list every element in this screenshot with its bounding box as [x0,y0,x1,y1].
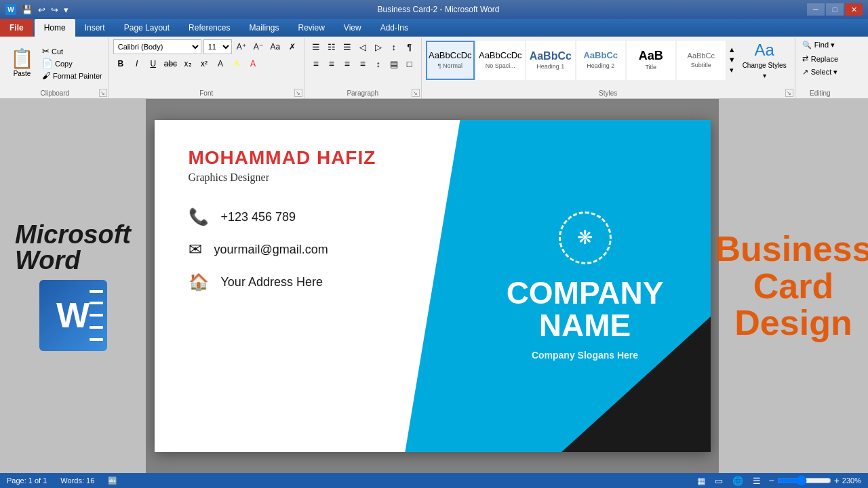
bcd-text: Business Card Design [715,230,868,342]
highlight-button[interactable]: A [229,56,244,71]
font-color-button[interactable]: A [245,56,260,71]
ms-word-text: Microsoft Word [15,222,131,273]
inc-indent-button[interactable]: ▷ [371,39,386,54]
style-heading2[interactable]: AaBbCc Heading 2 [576,41,625,80]
find-label: Find ▾ [814,41,835,49]
styles-expand-button[interactable]: ↘ [785,89,793,97]
superscript-button[interactable]: x² [197,56,212,71]
paragraph-group: ☰ ☷ ☰ ◁ ▷ ↕ ¶ ≡ ≡ ≡ ≡ ↕ ▤ □ [304,38,422,98]
font-size-select[interactable]: 11 [203,39,232,54]
cut-button[interactable]: ✂ Cut [40,45,104,57]
card-email: yourmail@gmail.com [214,243,328,257]
paragraph-group-label: Paragraph [304,89,421,97]
line-spacing-button[interactable]: ↕ [371,56,386,71]
text-effects-button[interactable]: A [213,56,228,71]
style-heading1[interactable]: AaBbCc Heading 1 [526,41,575,80]
select-icon: ↗ [802,68,808,77]
multilevel-button[interactable]: ☰ [340,39,355,54]
style-no-spacing[interactable]: AaBbCcDc No Spaci... [476,41,525,80]
font-group: Calibri (Body) 11 A⁺ A⁻ Aa ✗ B I U abc x… [109,38,304,98]
tab-page-layout[interactable]: Page Layout [115,19,179,37]
border-button[interactable]: □ [402,56,417,71]
tab-file[interactable]: File [0,19,33,37]
zoom-in-button[interactable]: + [834,475,840,486]
save-quick-button[interactable]: 💾 [20,5,34,15]
tab-references[interactable]: References [179,19,239,37]
zoom-out-button[interactable]: − [768,475,774,486]
style-title[interactable]: AaB Title [627,41,675,80]
underline-button[interactable]: U [146,56,161,71]
shrink-font-button[interactable]: A⁻ [251,39,266,54]
align-center-button[interactable]: ≡ [324,56,339,71]
bold-button[interactable]: B [113,56,128,71]
word-app-icon: W [5,4,16,15]
numbering-button[interactable]: ☷ [324,39,339,54]
tab-view[interactable]: View [334,19,371,37]
find-button[interactable]: 🔍 Find ▾ [800,39,841,51]
undo-quick-button[interactable]: ↩ [37,5,47,15]
close-button[interactable]: ✕ [845,3,863,16]
change-case-button[interactable]: Aa [268,39,283,54]
styles-scroll-down[interactable]: ▼ [727,55,737,64]
card-phone-row: 📞 +123 456 789 [189,207,420,226]
style-heading1-preview: AaBbCc [530,50,572,62]
paragraph-expand-button[interactable]: ↘ [412,89,420,97]
clipboard-expand-button[interactable]: ↘ [99,89,107,97]
italic-button[interactable]: I [130,56,144,71]
left-brand-panel: Microsoft Word W [0,99,146,473]
address-icon: 🏠 [189,272,209,291]
style-title-label: Title [645,64,656,70]
show-paragraph-button[interactable]: ¶ [402,39,417,54]
full-screen-view-button[interactable]: ▭ [713,475,725,487]
copy-button[interactable]: 📄 Copy [40,58,104,69]
copy-label: Copy [55,60,73,68]
tab-insert[interactable]: Insert [75,19,115,37]
minimize-button[interactable]: ─ [807,3,825,16]
clipboard-group: 📋 Paste ✂ Cut 📄 Copy 🖌 Format Painter Cl… [1,38,109,98]
web-layout-view-button[interactable]: 🌐 [730,475,745,487]
zoom-slider[interactable] [777,475,831,486]
maximize-button[interactable]: □ [826,3,844,16]
phone-icon: 📞 [189,207,209,226]
format-painter-button[interactable]: 🖌 Format Painter [40,70,104,81]
font-expand-button[interactable]: ↘ [294,89,302,97]
align-right-button[interactable]: ≡ [340,56,355,71]
paste-label: Paste [14,70,31,77]
align-left-button[interactable]: ≡ [309,56,323,71]
page-count: Page: 1 of 1 [7,476,47,485]
font-name-select[interactable]: Calibri (Body) [113,39,201,54]
style-title-preview: AaB [639,49,663,63]
tab-home[interactable]: Home [35,19,75,37]
style-subtitle[interactable]: AaBbCc Subtitle [677,41,726,80]
paste-button[interactable]: 📋 Paste [5,39,39,87]
print-layout-view-button[interactable]: ▦ [695,475,707,487]
grow-font-button[interactable]: A⁺ [234,39,249,54]
word-count: Words: 16 [60,476,94,485]
dec-indent-button[interactable]: ◁ [355,39,370,54]
word-line-3 [90,314,103,317]
subscript-button[interactable]: x₂ [180,56,195,71]
tab-mailings[interactable]: Mailings [239,19,288,37]
word-icon-letter: W [56,295,90,336]
select-button[interactable]: ↗ Select ▾ [800,66,841,78]
change-styles-button[interactable]: Aa Change Styles ▾ [738,39,791,81]
strikethrough-button[interactable]: abc [162,56,179,71]
sort-button[interactable]: ↕ [387,39,401,54]
styles-expand[interactable]: ▾ [727,65,737,75]
style-normal[interactable]: AaBbCcDc ¶ Normal [426,41,475,80]
outline-view-button[interactable]: ☰ [751,475,763,487]
tab-review[interactable]: Review [288,19,334,37]
style-normal-label: ¶ Normal [438,62,462,69]
customize-quick-button[interactable]: ▾ [62,5,70,15]
tab-add-ins[interactable]: Add-Ins [371,19,418,37]
word-line-5 [90,338,103,341]
status-bar: Page: 1 of 1 Words: 16 🔤 ▦ ▭ 🌐 ☰ − + 230… [0,473,868,488]
replace-button[interactable]: ⇄ Replace [800,53,841,64]
bullets-button[interactable]: ☰ [309,39,323,54]
clear-formatting-button[interactable]: ✗ [285,39,300,54]
justify-button[interactable]: ≡ [355,56,370,71]
redo-quick-button[interactable]: ↪ [50,5,60,15]
styles-scroll-up[interactable]: ▲ [727,45,737,54]
shading-button[interactable]: ▤ [387,56,401,71]
card-email-row: ✉ yourmail@gmail.com [189,240,420,259]
